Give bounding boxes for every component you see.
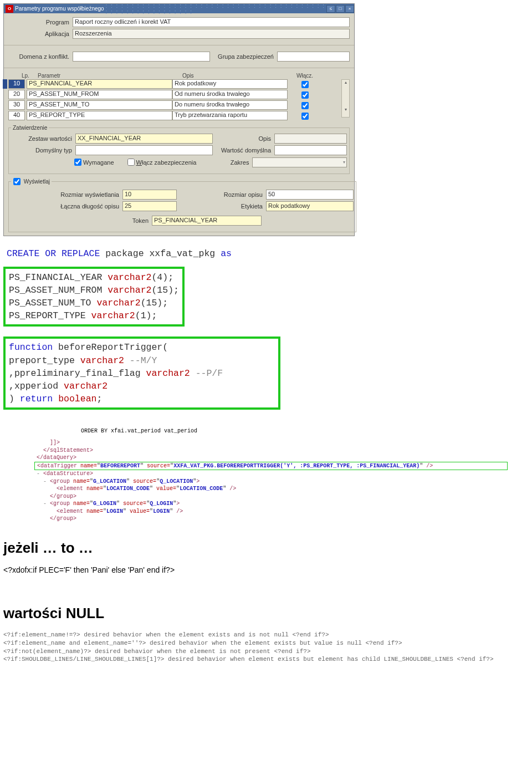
enable-checkbox[interactable] xyxy=(301,113,309,120)
desc-size-field[interactable]: 50 xyxy=(266,190,354,200)
program-label: Program xyxy=(8,19,73,26)
enable-checkbox[interactable] xyxy=(301,91,309,99)
program-field[interactable]: Raport roczny odliczeń i korekt VAT xyxy=(73,17,350,27)
forms-window: O Parametry programu współbieżnego : : :… xyxy=(3,3,355,236)
security-group-label: Grupa zabezpieczeń xyxy=(210,53,277,60)
scrollbar[interactable]: ▴ ▾ xyxy=(341,79,350,118)
scroll-down-icon[interactable]: ▾ xyxy=(342,107,349,112)
range-label: Zakres xyxy=(218,159,252,166)
titlebar[interactable]: O Parametry programu współbieżnego : : :… xyxy=(4,4,354,13)
param-row[interactable]: 40PS_REPORT_TYPETryb przetwarzania rapor… xyxy=(8,111,341,121)
enable-checkbox[interactable] xyxy=(301,81,309,88)
col-lp: Lp. xyxy=(22,73,36,79)
opis-label: Opis xyxy=(213,135,274,142)
titlebar-filler: : : : : : : : : : : : : : : : : : : : : … xyxy=(105,3,326,15)
enable-checkbox[interactable] xyxy=(301,102,309,109)
required-label: Wymagane xyxy=(83,159,114,166)
etykieta-label: Etykieta xyxy=(177,203,266,210)
xdofx-example: <?xdofx:if PLEC='F' then 'Pani' else 'Pa… xyxy=(3,565,529,574)
opis-field[interactable] xyxy=(274,134,347,144)
lp-cell[interactable]: 40 xyxy=(8,111,25,120)
lp-cell[interactable]: 10 xyxy=(8,79,25,89)
param-row[interactable]: 20PS_ASSET_NUM_FROMOd numeru środka trwa… xyxy=(8,90,341,100)
col-param: Parametr xyxy=(38,73,182,79)
datatrigger-highlight: <dataTrigger name="BEFOREREPORT" source=… xyxy=(34,462,508,471)
default-value-label: Wartość domyślna xyxy=(213,147,274,154)
default-type-label: Domyślny typ xyxy=(11,147,75,154)
display-fieldset: Wyświetlaj Rozmiar wyświetlania 10 Rozmi… xyxy=(8,176,356,232)
security-group-field[interactable] xyxy=(277,52,350,62)
param-name-cell[interactable]: PS_ASSET_NUM_FROM xyxy=(27,90,172,99)
display-checkbox[interactable] xyxy=(13,178,21,185)
total-desc-field[interactable]: 25 xyxy=(122,201,177,211)
security-checkbox[interactable] xyxy=(127,159,135,166)
param-desc-cell[interactable]: Do numeru środka trwałego xyxy=(172,100,288,110)
param-row[interactable]: 30PS_ASSET_NUM_TODo numeru środka trwałe… xyxy=(8,100,341,111)
display-size-field[interactable]: 10 xyxy=(122,190,177,200)
lp-cell[interactable]: 30 xyxy=(8,100,25,110)
application-label: Aplikacja xyxy=(8,30,73,37)
total-desc-label: Łączna długość opisu xyxy=(11,203,122,210)
default-value-field[interactable] xyxy=(274,145,347,155)
conflict-domain-label: Domena z konflikt. xyxy=(8,53,73,60)
scroll-up-icon[interactable]: ▴ xyxy=(342,80,349,85)
display-size-label: Rozmiar wyświetlania xyxy=(11,191,122,198)
security-label: Włącz zabezpieczenia xyxy=(136,159,197,166)
approval-fieldset: Zatwierdzenie Zestaw wartości XX_FINANCI… xyxy=(8,125,350,174)
desc-size-label: Rozmiar opisu xyxy=(177,191,266,198)
null-examples: <?if:element_name!=?> desired behavior w… xyxy=(3,631,529,664)
token-field[interactable]: PS_FINANCIAL_YEAR xyxy=(152,216,262,226)
vars-box: PS_FINANCIAL_YEAR varchar2(4); PS_ASSET_… xyxy=(3,267,185,327)
col-wlacz: Włącz. xyxy=(296,73,319,79)
approval-legend: Zatwierdzenie xyxy=(11,125,49,131)
oracle-icon: O xyxy=(6,5,13,13)
col-opis: Opis xyxy=(182,73,296,79)
minimize-button[interactable]: ≤ xyxy=(326,5,335,13)
required-checkbox[interactable] xyxy=(74,159,81,166)
valueset-field[interactable]: XX_FINANCIAL_YEAR xyxy=(75,134,213,144)
heading-ifthen: jeżeli … to … xyxy=(3,539,529,557)
param-name-cell[interactable]: PS_ASSET_NUM_TO xyxy=(27,100,172,110)
window-control-buttons: ≤□× xyxy=(326,5,354,13)
param-row[interactable]: 10PS_FINANCIAL_YEARRok podatkowy xyxy=(8,79,341,90)
param-desc-cell[interactable]: Tryb przetwarzania raportu xyxy=(172,111,288,120)
etykieta-field[interactable]: Rok podatkowy xyxy=(266,201,354,211)
conflict-domain-field[interactable] xyxy=(73,52,210,62)
heading-null: wartości NULL xyxy=(3,605,529,622)
lp-cell[interactable]: 20 xyxy=(8,90,25,99)
param-name-cell[interactable]: PS_FINANCIAL_YEAR xyxy=(27,79,172,89)
function-box: function beforeReportTrigger( preport_ty… xyxy=(3,337,280,409)
close-button[interactable]: × xyxy=(345,5,354,13)
xml-snippet: ORDER BY xfai.vat_period vat_period ]]> … xyxy=(3,427,508,523)
default-type-field[interactable] xyxy=(75,145,213,155)
maximize-button[interactable]: □ xyxy=(336,5,345,13)
valueset-label: Zestaw wartości xyxy=(11,135,75,142)
plsql-code: CREATE OR REPLACE package xxfa_vat_pkg a… xyxy=(3,247,358,413)
param-desc-cell[interactable]: Od numeru środka trwałego xyxy=(172,90,288,99)
range-dropdown[interactable]: ▾ xyxy=(252,157,347,167)
window-title: Parametry programu współbieżnego xyxy=(15,6,104,12)
param-desc-cell[interactable]: Rok podatkowy xyxy=(172,79,288,89)
param-name-cell[interactable]: PS_REPORT_TYPE xyxy=(27,111,172,120)
display-legend: Wyświetlaj xyxy=(11,176,52,187)
token-label: Token xyxy=(11,217,152,224)
application-field[interactable]: Rozszerzenia xyxy=(73,29,350,39)
